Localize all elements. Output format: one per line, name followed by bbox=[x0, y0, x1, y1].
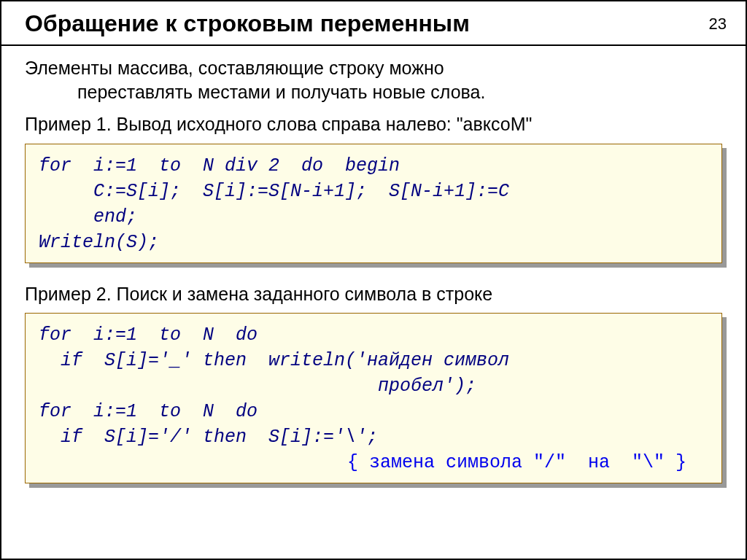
intro-text: Элементы массива, составляющие строку мо… bbox=[1, 46, 746, 108]
example-2-label: Пример 2. Поиск и замена заданного симво… bbox=[1, 278, 746, 314]
page-number: 23 bbox=[709, 15, 727, 34]
intro-line-2: переставлять местами и получать новые сл… bbox=[25, 80, 722, 104]
example-1-label: Пример 1. Вывод исходного слова справа н… bbox=[1, 108, 746, 144]
page-title: Обращение к строковым переменным bbox=[1, 10, 746, 44]
code-2-main: for i:=1 to N do if S[i]='_' then writel… bbox=[39, 324, 509, 448]
code-block-1: for i:=1 to N div 2 do begin C:=S[i]; S[… bbox=[25, 144, 722, 263]
slide: 23 Обращение к строковым переменным Элем… bbox=[0, 0, 747, 560]
code-2-comment: { замена символа "/" на "\" } bbox=[39, 450, 708, 475]
code-block-2: for i:=1 to N do if S[i]='_' then writel… bbox=[25, 313, 722, 483]
intro-line-1: Элементы массива, составляющие строку мо… bbox=[25, 58, 444, 78]
